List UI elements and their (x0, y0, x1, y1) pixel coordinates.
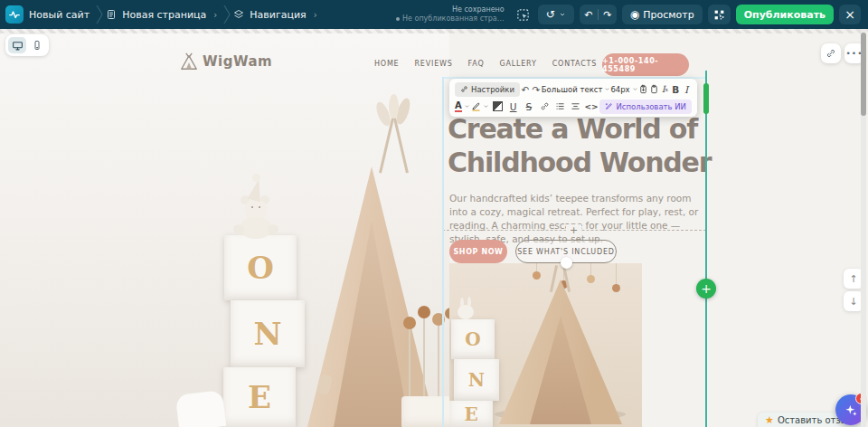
clear-format-sub: x (665, 86, 668, 92)
headline-line2: Childhood Wonder (448, 146, 714, 179)
selection-border-left (442, 77, 444, 427)
align-button[interactable] (569, 100, 583, 114)
chevron-down-icon (559, 11, 566, 18)
settings-button[interactable]: Настройки (455, 82, 520, 97)
site-logo[interactable]: WigWam (179, 52, 272, 71)
highlight-color-select[interactable] (471, 101, 489, 111)
site-logo-text: WigWam (203, 53, 272, 70)
status-unpublished: Не опубликованная стра… (402, 14, 505, 24)
qr-code-button[interactable] (708, 5, 731, 24)
chevron-right-icon[interactable]: › (213, 10, 217, 20)
italic-button[interactable]: I (681, 82, 692, 97)
text-toolbar: Настройки ↶ ↷ Большой текст 64px (449, 79, 697, 117)
link-icon (460, 85, 468, 93)
cube-letter: O (247, 250, 274, 286)
phone-icon (32, 40, 42, 51)
list-button[interactable] (553, 100, 568, 114)
list-icon (555, 101, 565, 111)
sparkle-icon (844, 403, 858, 417)
breadcrumb-page[interactable]: Новая страница (122, 9, 206, 21)
desktop-view-button[interactable] (8, 37, 26, 53)
mobile-view-button[interactable] (28, 37, 46, 53)
add-element-button[interactable]: + (696, 279, 716, 299)
close-button[interactable]: × (839, 5, 861, 24)
text-color-select[interactable]: A (455, 101, 470, 112)
breadcrumb-site[interactable]: Новый сайт (29, 9, 90, 21)
undo-redo-group: ↶ ↷ (580, 5, 617, 24)
content-photo[interactable]: O N E (449, 263, 642, 427)
status-dot (396, 17, 400, 21)
letter-cube: O (224, 235, 297, 300)
hero-photo: O N E (0, 29, 449, 427)
add-block-plus[interactable]: + (566, 224, 581, 236)
align-center-icon (571, 101, 580, 111)
marker-pen-icon (471, 101, 481, 111)
editor-window: Новый сайт Новая страница › Навигация › … (0, 0, 868, 427)
qr-grid-icon (713, 9, 725, 21)
phone-button[interactable]: +1-000-140-455489 (602, 53, 689, 76)
site-nav: HOME REVIEWS FAQ GALLERY CONTACTS (374, 60, 597, 68)
background-fill-button[interactable] (490, 100, 505, 114)
cube-letter: E (248, 379, 271, 415)
chevron-down-icon (604, 86, 610, 92)
redo-button[interactable]: ↷ (531, 82, 542, 97)
paste-style-button[interactable] (638, 82, 649, 97)
status-unsaved: Не сохранено (396, 5, 505, 14)
builder-logo[interactable] (5, 5, 24, 24)
text-style-select[interactable]: Большой текст (542, 85, 611, 94)
selection-border-right[interactable] (705, 71, 707, 427)
publish-button[interactable]: Опубликовать (736, 5, 834, 24)
strikethrough-button[interactable]: S (522, 100, 536, 114)
scrollbar-thumb[interactable] (861, 33, 866, 116)
cube-letter: E (464, 403, 477, 425)
link-icon (826, 48, 836, 59)
device-toggle (5, 34, 49, 56)
select-mode-button[interactable] (514, 5, 533, 24)
hero-body-text[interactable]: Our handcrafted kids’ teepee transforms … (449, 192, 699, 246)
font-size-select[interactable]: 64px (610, 85, 637, 94)
cursor-select-icon (516, 8, 530, 22)
preview-button[interactable]: ◉ Просмотр (622, 5, 703, 24)
breadcrumb-block[interactable]: Навигация (250, 9, 306, 21)
nav-item-gallery[interactable]: GALLERY (499, 60, 536, 68)
copy-style-button[interactable] (649, 82, 660, 97)
nav-item-contacts[interactable]: CONTACTS (552, 60, 597, 68)
undo-button[interactable]: ↶ (520, 82, 531, 97)
chevron-down-icon (483, 103, 489, 109)
history-icon: ↺ (546, 8, 555, 21)
letter-cube: E (223, 367, 296, 427)
settings-label: Настройки (471, 85, 514, 94)
preview-eye-icon: ◉ (630, 8, 639, 21)
nav-item-reviews[interactable]: REVIEWS (414, 60, 452, 68)
chevron-right-icon[interactable]: › (314, 10, 317, 20)
close-icon: × (844, 7, 855, 22)
font-size-value: 64px (610, 85, 629, 94)
fill-square-icon (493, 101, 503, 111)
nav-item-home[interactable]: HOME (374, 60, 399, 68)
bold-button[interactable]: B (670, 82, 681, 97)
use-ai-button[interactable]: Использовать ИИ (599, 100, 692, 114)
clear-format-button[interactable]: Ix (659, 82, 670, 97)
link-icon (540, 101, 550, 111)
cube-letter: O (465, 328, 480, 350)
preview-label: Просмотр (643, 9, 693, 21)
code-button[interactable]: <> (584, 100, 599, 114)
image-block-handle[interactable] (561, 257, 572, 269)
undo-button[interactable]: ↶ (580, 5, 598, 24)
shop-now-button[interactable]: SHOP NOW (449, 240, 507, 263)
text-style-value: Большой текст (542, 85, 603, 94)
chevron-down-icon (464, 103, 470, 109)
underline-button[interactable]: U (506, 100, 521, 114)
canvas-top-stripes (0, 29, 868, 33)
breadcrumb-separator-icon (222, 5, 231, 24)
redo-button[interactable]: ↷ (599, 5, 617, 24)
nav-item-faq[interactable]: FAQ (468, 60, 485, 68)
insert-link-button[interactable] (537, 100, 552, 114)
arrow-down-icon: ↓ (849, 296, 857, 308)
monitor-icon (12, 40, 24, 52)
history-button[interactable]: ↺ (538, 5, 574, 24)
hero-headline[interactable]: Create a World of Childhood Wonder (448, 112, 714, 179)
block-link-button[interactable] (821, 43, 841, 63)
breadcrumb-separator-icon (95, 5, 104, 24)
selection-resize-handle[interactable] (703, 83, 709, 114)
